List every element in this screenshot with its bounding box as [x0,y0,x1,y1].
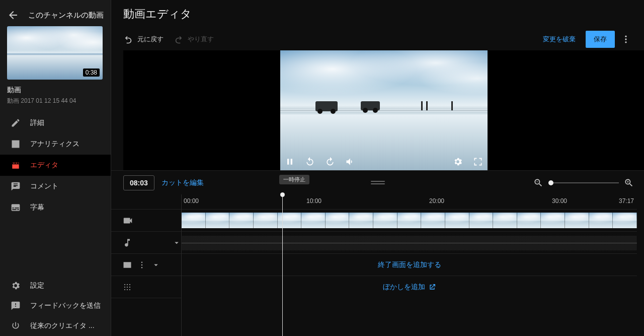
ruler-tick: 30:00 [552,197,567,205]
main: 動画エディタ 元に戻す やり直す 変更を破棄 保存 [111,0,644,336]
main-header: 動画エディタ [111,0,644,28]
more-menu-icon[interactable] [620,33,632,45]
sidebar-item-label: エディタ [30,161,58,170]
sidebar-item-classic[interactable]: 従来のクリエイタ ... [0,316,111,336]
sidebar-item-label: コメント [30,182,58,191]
svg-point-10 [127,286,128,287]
sidebar-nav: 詳細 アナリティクス エディタ コメント 字幕 [0,112,111,218]
blur-track[interactable]: ぼかしを追加 [182,276,637,298]
comments-icon [10,181,21,192]
chevron-down-icon[interactable] [151,260,160,270]
sidebar-item-label: フィードバックを送信 [30,301,101,310]
preview-area [123,50,644,170]
sidebar-item-label: 字幕 [30,203,44,212]
settings-gear-icon[interactable] [452,156,463,167]
audio-track[interactable] [182,232,637,254]
sidebar-item-label: 詳細 [30,118,44,127]
fullscreen-button[interactable] [472,156,484,167]
video-title: 動画 [7,86,104,95]
forward-button[interactable] [325,156,336,167]
ruler-tick: 20:00 [429,197,444,205]
video-track-label [111,210,181,232]
video-track[interactable] [182,210,637,232]
sidebar-item-analytics[interactable]: アナリティクス [0,133,111,155]
add-blur-link[interactable]: ぼかしを追加 [182,283,637,292]
redo-button[interactable]: やり直す [174,34,214,44]
sidebar-item-details[interactable]: 詳細 [0,112,111,133]
pause-tooltip: 一時停止 [279,175,309,184]
ruler-tick: 10:00 [306,197,321,205]
edit-cut-button[interactable]: カットを編集 [162,178,204,187]
endscreen-track[interactable]: 終了画面を追加する [182,254,637,276]
svg-point-14 [129,289,130,290]
track-more-icon[interactable] [137,260,146,270]
svg-point-2 [625,41,626,43]
analytics-icon [10,139,21,150]
ruler-tick: 00:00 [184,197,199,205]
blur-grid-icon [122,282,132,292]
sidebar-item-subtitles[interactable]: 字幕 [0,197,111,218]
video-thumbnail[interactable]: 0:38 [7,26,103,80]
pencil-icon [10,117,21,128]
pause-button[interactable] [284,156,295,167]
redo-icon [174,34,184,44]
svg-point-3 [141,261,142,262]
video-camera-icon [122,215,133,226]
feedback-icon [10,300,21,311]
chevron-down-icon[interactable] [172,238,181,247]
redo-label: やり直す [188,35,214,44]
editor-clapper-icon [10,160,21,171]
video-subtitle: 動画 2017 01 12 15 44 04 [7,97,104,105]
svg-point-6 [124,284,125,285]
discard-button[interactable]: 変更を破棄 [538,31,581,48]
undo-icon [123,34,133,44]
zoom-in-icon[interactable] [624,178,634,188]
music-note-icon [122,238,132,248]
toolbar: 元に戻す やり直す 変更を破棄 保存 [111,28,644,50]
undo-label: 元に戻す [137,35,164,44]
endscreen-track-label [111,254,181,276]
svg-point-11 [129,286,130,287]
sidebar: このチャンネルの動画 0:38 動画 動画 2017 01 12 15 44 0… [0,0,111,336]
time-ruler[interactable]: 00:00 10:00 20:00 30:00 37:17 [182,194,637,210]
video-preview[interactable] [280,50,488,170]
rewind-button[interactable] [304,156,315,167]
zoom-slider[interactable] [548,182,619,183]
save-button[interactable]: 保存 [586,31,615,48]
preview-left-blank [123,50,280,170]
gear-icon [10,280,21,291]
ruler-end: 37:17 [619,197,634,205]
svg-point-12 [124,289,125,290]
undo-button[interactable]: 元に戻す [123,34,164,44]
svg-point-7 [127,284,128,285]
playhead[interactable] [282,194,283,336]
volume-button[interactable] [345,156,356,167]
zoom-out-icon[interactable] [533,178,543,188]
svg-point-13 [127,289,128,290]
blur-track-label [111,276,181,298]
audio-track-label [111,232,181,254]
preview-right-blank [488,50,645,170]
sidebar-item-comments[interactable]: コメント [0,176,111,197]
sidebar-item-label: 設定 [30,281,44,290]
sidebar-item-settings[interactable]: 設定 [0,276,111,296]
page-title: 動画エディタ [123,7,192,22]
timecode-display[interactable]: 08:03 [123,175,154,190]
add-end-screen-link[interactable]: 終了画面を追加する [182,260,637,270]
sidebar-item-label: アナリティクス [30,140,79,149]
sidebar-title[interactable]: このチャンネルの動画 [28,11,104,20]
back-arrow-icon[interactable] [7,9,19,21]
sidebar-footer: 設定 フィードバックを送信 従来のクリエイタ ... [0,276,111,336]
sidebar-item-editor[interactable]: エディタ [0,155,111,176]
thumbnail-duration: 0:38 [83,69,100,77]
exit-icon [10,320,21,331]
svg-point-1 [625,38,626,40]
ruler-label [111,194,181,210]
time-control-bar: 08:03 カットを編集 一時停止 [111,170,644,194]
sidebar-item-feedback[interactable]: フィードバックを送信 [0,296,111,316]
panel-drag-handle[interactable] [371,180,385,186]
subtitles-icon [10,202,21,213]
svg-point-5 [141,267,142,268]
svg-point-0 [625,36,626,37]
svg-point-4 [141,264,142,265]
